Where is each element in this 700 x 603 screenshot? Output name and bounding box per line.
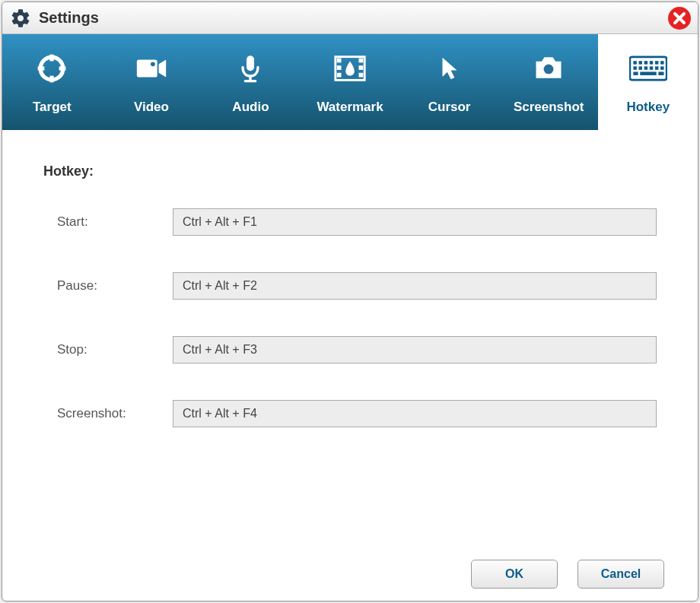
svg-rect-2 [50, 55, 54, 62]
gear-icon [10, 8, 31, 29]
row-label: Pause: [43, 278, 173, 294]
svg-rect-25 [660, 61, 663, 64]
close-icon [667, 6, 692, 30]
tab-label: Screenshot [514, 100, 584, 115]
hotkey-row-screenshot: Screenshot: [43, 400, 657, 427]
svg-rect-9 [250, 76, 252, 80]
ok-button[interactable]: OK [471, 560, 558, 589]
svg-rect-8 [247, 56, 254, 71]
svg-rect-12 [337, 59, 342, 63]
cursor-icon [431, 49, 469, 87]
tab-cursor[interactable]: Cursor [399, 34, 499, 130]
svg-rect-24 [655, 61, 658, 64]
svg-rect-34 [658, 71, 663, 75]
tab-hotkey[interactable]: Hotkey [598, 34, 698, 130]
svg-point-7 [151, 62, 155, 66]
close-button[interactable] [667, 6, 692, 30]
tab-video[interactable]: Video [102, 34, 202, 130]
svg-rect-15 [359, 59, 364, 63]
row-label: Stop: [43, 342, 173, 357]
settings-window: Settings Target Video Audio [2, 2, 698, 601]
hotkey-input-stop[interactable] [173, 336, 657, 363]
hotkey-input-pause[interactable] [173, 272, 657, 300]
svg-rect-22 [644, 61, 647, 64]
row-label: Start: [43, 214, 173, 230]
tab-screenshot[interactable]: Screenshot [499, 34, 599, 130]
footer: OK Cancel [2, 547, 698, 601]
svg-rect-31 [660, 66, 663, 69]
svg-rect-27 [638, 66, 641, 69]
hotkey-row-start: Start: [43, 208, 657, 236]
svg-rect-26 [633, 66, 636, 69]
video-icon [132, 49, 170, 87]
svg-rect-28 [644, 66, 647, 69]
screenshot-icon [530, 49, 568, 87]
svg-rect-23 [650, 61, 653, 64]
svg-rect-32 [633, 71, 638, 75]
tab-label: Target [33, 100, 72, 115]
svg-rect-4 [38, 66, 45, 70]
svg-rect-14 [337, 73, 342, 78]
titlebar: Settings [2, 2, 698, 34]
svg-rect-21 [638, 61, 641, 64]
content-area: Hotkey: Start: Pause: Stop: Screenshot: [2, 130, 698, 547]
section-label: Hotkey: [43, 163, 657, 179]
svg-rect-13 [337, 65, 342, 70]
tab-watermark[interactable]: Watermark [301, 34, 400, 130]
hotkey-row-stop: Stop: [43, 336, 657, 363]
tab-audio[interactable]: Audio [201, 34, 301, 130]
hotkey-input-start[interactable] [173, 208, 657, 236]
audio-icon [231, 49, 269, 87]
svg-rect-33 [640, 71, 656, 75]
tab-label: Audio [232, 100, 269, 115]
tab-label: Watermark [317, 100, 383, 115]
svg-rect-30 [655, 66, 658, 69]
svg-rect-29 [650, 66, 653, 69]
tab-label: Cursor [428, 100, 471, 115]
row-label: Screenshot: [43, 406, 173, 421]
hotkey-icon [629, 49, 667, 87]
tab-label: Hotkey [626, 100, 670, 115]
cancel-button[interactable]: Cancel [578, 560, 664, 589]
svg-rect-17 [359, 73, 364, 78]
svg-rect-16 [359, 65, 364, 70]
svg-rect-20 [633, 61, 636, 64]
svg-rect-10 [244, 80, 257, 82]
svg-rect-5 [59, 66, 66, 70]
target-icon [33, 49, 71, 87]
window-title: Settings [39, 9, 99, 27]
tab-target[interactable]: Target [2, 34, 102, 130]
svg-rect-3 [50, 76, 54, 83]
tab-label: Video [134, 100, 169, 115]
svg-point-18 [544, 65, 554, 75]
tabbar: Target Video Audio Watermark Cursor [2, 34, 698, 130]
hotkey-input-screenshot[interactable] [173, 400, 657, 427]
watermark-icon [331, 49, 369, 87]
hotkey-row-pause: Pause: [43, 272, 657, 300]
